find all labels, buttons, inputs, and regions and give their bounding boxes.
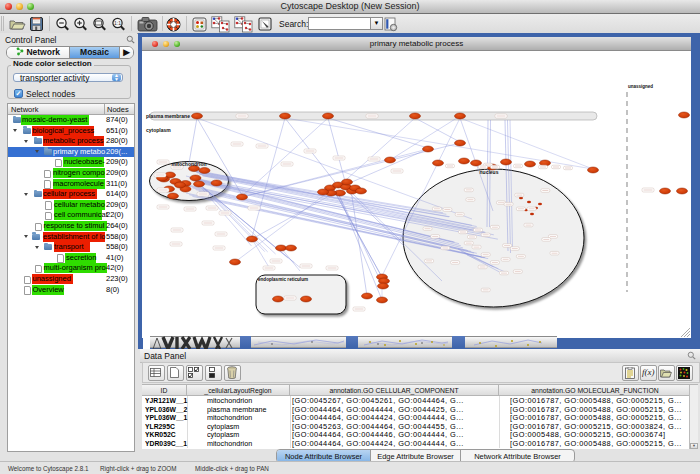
svg-text:1:1: 1:1 <box>114 20 121 26</box>
svg-text:mitochondrion: mitochondrion <box>172 161 207 167</box>
svg-text:plasma membrane: plasma membrane <box>146 113 190 119</box>
svg-text:unassigned: unassigned <box>628 84 653 89</box>
svg-text:nucleus: nucleus <box>480 169 499 175</box>
svg-text:cytoplasm: cytoplasm <box>146 127 171 133</box>
svg-text:endoplasmic reticulum: endoplasmic reticulum <box>258 277 308 282</box>
